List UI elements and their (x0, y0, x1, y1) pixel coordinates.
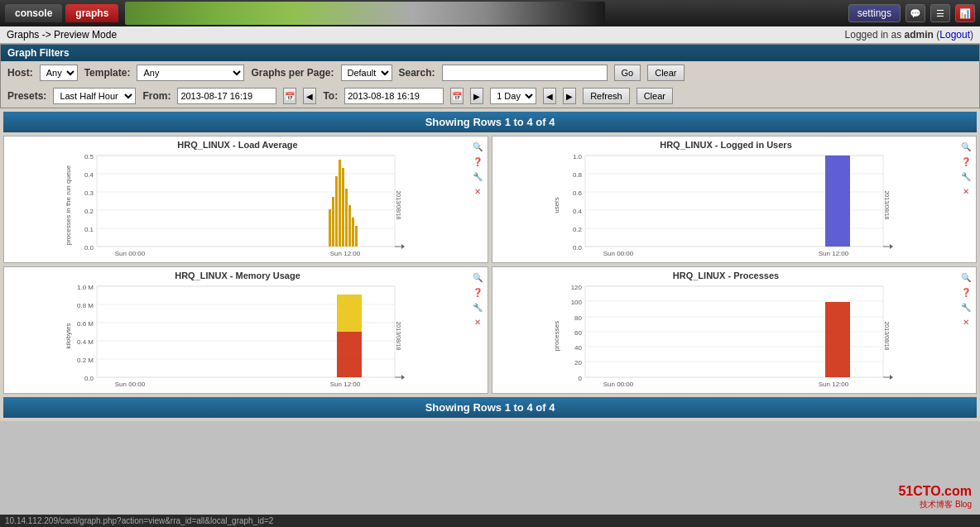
timespan-select[interactable]: 1 Day (490, 88, 536, 104)
svg-text:Sun 12:00: Sun 12:00 (819, 381, 849, 388)
svg-rect-24 (352, 218, 354, 247)
svg-text:2013/08/18: 2013/08/18 (884, 321, 890, 350)
filters-row-2: Presets: Last Half Hour From: 📅 ◀ To: 📅 … (1, 84, 979, 108)
graphs-per-page-label: Graphs per Page: (251, 67, 334, 79)
zoom-icon-users[interactable]: 🔍 (959, 140, 973, 153)
svg-text:Sun 00:00: Sun 00:00 (115, 381, 146, 388)
graph-icon-button[interactable]: 📊 (955, 4, 975, 22)
graph-wrapper-processes: HRQ_LINUX - Processes 120 100 80 60 40 2… (496, 271, 956, 390)
edit-icon-load[interactable]: 🔧 (471, 170, 484, 183)
zoom-icon-processes[interactable]: 🔍 (959, 271, 973, 284)
top-nav-right: settings 💬 ☰ 📊 (848, 4, 975, 22)
delete-icon-users[interactable]: ✕ (959, 184, 973, 198)
svg-text:0.4: 0.4 (84, 171, 94, 179)
info-icon-memory[interactable]: ❓ (471, 285, 484, 299)
chart-memory-usage[interactable]: 1.0 M 0.8 M 0.6 M 0.4 M 0.2 M 0.0 Sun 00… (64, 282, 411, 390)
zoom-icon-memory[interactable]: 🔍 (471, 271, 484, 284)
svg-marker-16 (401, 244, 405, 249)
breadcrumb: Graphs -> Preview Mode (7, 29, 117, 41)
chart-load-average[interactable]: 0.5 0.4 0.3 0.2 0.1 0.0 Sun 00:00 Sun 12… (64, 151, 411, 259)
svg-marker-87 (890, 375, 893, 380)
svg-text:100: 100 (571, 299, 583, 306)
chart-processes[interactable]: 120 100 80 60 40 20 0 Sun 00:00 Sun 12:0… (552, 282, 900, 390)
svg-text:1.0: 1.0 (573, 153, 583, 160)
svg-rect-17 (329, 209, 331, 247)
zoom-icon-load[interactable]: 🔍 (471, 140, 484, 153)
edit-icon-processes[interactable]: 🔧 (959, 300, 973, 314)
svg-text:20: 20 (574, 359, 582, 367)
chart-logged-users[interactable]: 1.0 0.8 0.6 0.4 0.2 0.0 Sun 00:00 Sun 12… (552, 151, 900, 259)
svg-text:users: users (553, 197, 560, 213)
showing-rows-footer: Showing Rows 1 to 4 of 4 (3, 397, 977, 418)
presets-label: Presets: (7, 90, 46, 102)
to-label: To: (323, 90, 338, 102)
svg-rect-20 (339, 160, 341, 247)
search-label: Search: (399, 67, 435, 79)
svg-text:0.0: 0.0 (84, 375, 94, 382)
graph-icons-memory: 🔍 ❓ 🔧 ✕ (471, 271, 484, 328)
info-icon-users[interactable]: ❓ (959, 155, 973, 168)
info-icon-load[interactable]: ❓ (471, 155, 484, 168)
filters-row-1: Host: Any Template: Any Graphs per Page:… (1, 61, 979, 84)
go-button[interactable]: Go (614, 65, 641, 81)
template-select[interactable]: Any (137, 65, 244, 81)
svg-text:kilobytes: kilobytes (65, 323, 72, 348)
presets-select[interactable]: Last Half Hour (53, 88, 136, 104)
svg-text:0.2 M: 0.2 M (77, 357, 94, 364)
from-input[interactable] (177, 88, 276, 104)
graph-wrapper-users: HRQ_LINUX - Logged in Users 1.0 0.8 0.6 … (496, 140, 956, 259)
info-icon-processes[interactable]: ❓ (959, 285, 973, 299)
edit-icon-memory[interactable]: 🔧 (471, 300, 484, 314)
host-label: Host: (7, 67, 33, 79)
from-back-btn[interactable]: ◀ (303, 88, 316, 104)
svg-text:0.8 M: 0.8 M (77, 302, 94, 309)
timespan-forward-btn[interactable]: ▶ (563, 88, 576, 104)
svg-text:0.4 M: 0.4 M (77, 338, 94, 346)
clear2-button[interactable]: Clear (637, 88, 673, 104)
svg-rect-18 (332, 197, 334, 247)
svg-text:60: 60 (574, 329, 582, 337)
graph-cell-users: HRQ_LINUX - Logged in Users 1.0 0.8 0.6 … (492, 136, 977, 263)
graph-title-users: HRQ_LINUX - Logged in Users (660, 140, 792, 150)
svg-rect-25 (355, 226, 358, 247)
svg-text:Sun 00:00: Sun 00:00 (603, 381, 634, 388)
svg-text:0: 0 (579, 375, 583, 382)
list-icon-button[interactable]: ☰ (930, 4, 950, 22)
svg-text:Sun 00:00: Sun 00:00 (603, 250, 634, 257)
timespan-back-btn[interactable]: ◀ (543, 88, 556, 104)
svg-text:0.3: 0.3 (84, 189, 94, 197)
svg-rect-66 (337, 295, 362, 332)
svg-rect-65 (337, 332, 362, 377)
console-tab[interactable]: console (5, 4, 62, 22)
content-area: Showing Rows 1 to 4 of 4 HRQ_LINUX - Loa… (0, 108, 980, 421)
settings-button[interactable]: settings (848, 4, 901, 22)
svg-marker-44 (890, 244, 893, 249)
logout-link[interactable]: Logout (939, 29, 970, 41)
graph-title-processes: HRQ_LINUX - Processes (673, 271, 779, 280)
svg-text:80: 80 (574, 314, 582, 322)
graph-icons-processes: 🔍 ❓ 🔧 ✕ (959, 271, 973, 328)
delete-icon-load[interactable]: ✕ (471, 184, 484, 198)
host-select[interactable]: Any (40, 65, 78, 81)
delete-icon-memory[interactable]: ✕ (471, 315, 484, 328)
graphs-tab[interactable]: graphs (65, 4, 118, 22)
svg-rect-88 (825, 302, 850, 377)
svg-text:Sun 12:00: Sun 12:00 (819, 250, 849, 257)
graphs-per-page-select[interactable]: Default (341, 65, 392, 81)
svg-rect-21 (342, 168, 344, 247)
breadcrumb-bar: Graphs -> Preview Mode Logged in as admi… (0, 26, 980, 44)
to-forward-btn[interactable]: ▶ (470, 88, 483, 104)
svg-text:Sun 00:00: Sun 00:00 (115, 250, 146, 257)
svg-text:Sun 12:00: Sun 12:00 (330, 250, 361, 257)
search-input[interactable] (442, 65, 608, 81)
from-label: From: (142, 90, 171, 102)
delete-icon-processes[interactable]: ✕ (959, 315, 973, 328)
clear-button[interactable]: Clear (647, 65, 684, 81)
to-calendar-icon[interactable]: 📅 (450, 88, 464, 104)
refresh-button[interactable]: Refresh (583, 88, 630, 104)
chat-icon-button[interactable]: 💬 (906, 4, 925, 22)
to-input[interactable] (344, 88, 444, 104)
svg-text:0.0: 0.0 (84, 244, 94, 252)
from-calendar-icon[interactable]: 📅 (283, 88, 296, 104)
edit-icon-users[interactable]: 🔧 (959, 170, 973, 183)
